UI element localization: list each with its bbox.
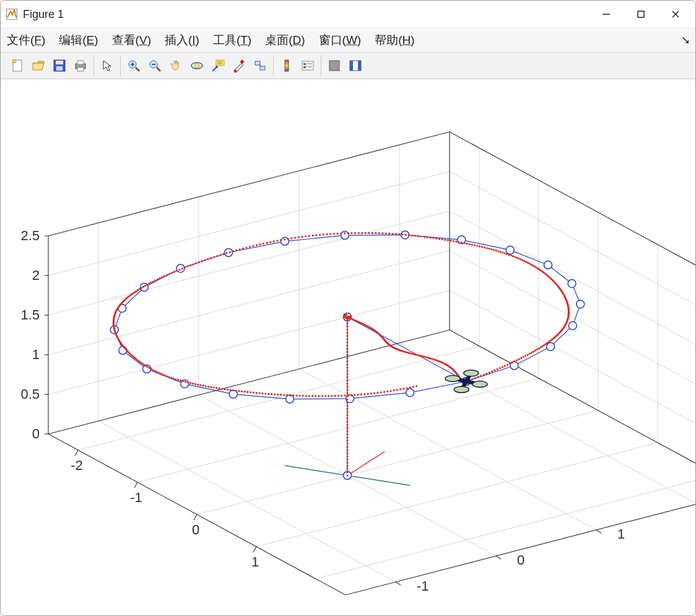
insert-colorbar-button[interactable] (277, 56, 296, 75)
svg-point-547 (229, 251, 231, 253)
svg-point-560 (189, 264, 191, 266)
svg-point-694 (256, 392, 258, 394)
svg-point-750 (464, 370, 479, 376)
toolbar (1, 53, 695, 79)
svg-point-546 (232, 250, 234, 252)
svg-point-452 (518, 258, 520, 259)
svg-point-561 (186, 266, 188, 267)
dock-arrow-icon[interactable]: ➘ (681, 33, 690, 47)
svg-point-718 (331, 395, 333, 397)
menu-insert[interactable]: 插入(I) (162, 31, 202, 50)
titlebar[interactable]: Figure 1 (1, 1, 695, 28)
menu-help[interactable]: 帮助(H) (372, 31, 417, 50)
svg-point-175 (346, 357, 348, 359)
menu-window[interactable]: 窗口(W) (316, 31, 364, 50)
pointer-button[interactable] (98, 56, 116, 75)
svg-point-120 (506, 246, 514, 254)
svg-point-169 (346, 376, 348, 378)
svg-point-161 (346, 402, 348, 404)
svg-point-528 (294, 236, 296, 238)
svg-point-348 (494, 370, 495, 371)
brush-button[interactable] (230, 56, 248, 75)
svg-point-182 (346, 335, 348, 337)
show-plot-tools-button[interactable] (346, 56, 365, 75)
data-cursor-button[interactable] (209, 56, 227, 75)
svg-point-731 (373, 392, 375, 394)
svg-point-753 (463, 378, 469, 384)
menu-edit[interactable]: 编辑(E) (56, 31, 100, 50)
svg-point-154 (346, 423, 348, 425)
link-plots-button[interactable] (251, 56, 269, 75)
svg-point-468 (484, 246, 485, 248)
svg-text:-1: -1 (417, 578, 429, 594)
svg-point-491 (420, 235, 422, 237)
svg-point-554 (207, 258, 209, 260)
rotate-3d-button[interactable] (188, 56, 206, 75)
svg-point-460 (502, 251, 503, 253)
print-button[interactable] (71, 56, 90, 75)
svg-rect-29 (234, 70, 237, 72)
new-figure-button[interactable] (8, 56, 27, 75)
menu-desktop[interactable]: 桌面(D) (263, 31, 307, 50)
svg-point-445 (530, 264, 532, 266)
save-button[interactable] (50, 56, 69, 75)
svg-point-575 (152, 280, 154, 282)
hide-plot-tools-button[interactable] (325, 56, 344, 75)
svg-point-675 (202, 384, 204, 386)
svg-point-719 (334, 395, 336, 397)
svg-point-457 (508, 254, 510, 256)
svg-point-570 (163, 275, 165, 277)
zoom-in-button[interactable] (124, 56, 143, 75)
svg-point-557 (198, 261, 200, 263)
svg-point-294 (409, 352, 411, 354)
pan-button[interactable] (167, 56, 185, 75)
svg-line-60 (48, 211, 450, 315)
svg-point-494 (411, 235, 413, 236)
svg-text:0: 0 (192, 522, 199, 537)
menu-tools[interactable]: 工具(T) (211, 31, 254, 50)
close-button[interactable] (658, 2, 693, 27)
svg-point-667 (182, 380, 184, 382)
svg-point-369 (539, 347, 541, 349)
svg-point-344 (483, 374, 485, 376)
svg-point-664 (175, 378, 176, 380)
menu-file[interactable]: 文件(F) (4, 31, 48, 50)
svg-point-297 (414, 354, 416, 355)
svg-point-680 (215, 387, 217, 389)
maximize-button[interactable] (624, 2, 658, 27)
svg-point-693 (253, 392, 254, 394)
zoom-out-button[interactable] (146, 56, 164, 75)
svg-point-511 (354, 232, 356, 234)
svg-point-172 (346, 367, 348, 368)
svg-point-576 (150, 282, 152, 284)
svg-point-684 (227, 389, 228, 391)
svg-point-504 (378, 232, 380, 234)
svg-line-19 (157, 67, 160, 71)
svg-point-551 (216, 255, 218, 257)
svg-point-167 (346, 383, 348, 384)
svg-text:1: 1 (617, 526, 625, 542)
svg-point-171 (346, 370, 348, 371)
menu-view[interactable]: 查看(V) (110, 31, 154, 50)
svg-point-490 (424, 236, 425, 238)
svg-point-517 (333, 233, 335, 235)
svg-point-512 (350, 232, 352, 234)
svg-point-346 (489, 371, 490, 373)
svg-rect-35 (303, 66, 306, 68)
svg-point-471 (476, 245, 478, 246)
minimize-button[interactable] (589, 2, 624, 27)
svg-point-578 (146, 284, 148, 285)
svg-point-660 (166, 375, 168, 377)
svg-point-461 (500, 251, 502, 253)
svg-point-139 (346, 471, 348, 473)
svg-point-713 (315, 395, 316, 397)
svg-point-652 (150, 368, 152, 370)
svg-point-353 (507, 363, 508, 365)
svg-point-166 (346, 386, 348, 388)
axes-3d[interactable]: 00.511.522.5-2-101-1012 (1, 79, 695, 615)
svg-point-562 (184, 267, 186, 269)
svg-point-184 (346, 329, 348, 331)
insert-legend-button[interactable] (298, 56, 317, 75)
open-button[interactable] (29, 56, 48, 75)
svg-point-455 (512, 255, 514, 257)
